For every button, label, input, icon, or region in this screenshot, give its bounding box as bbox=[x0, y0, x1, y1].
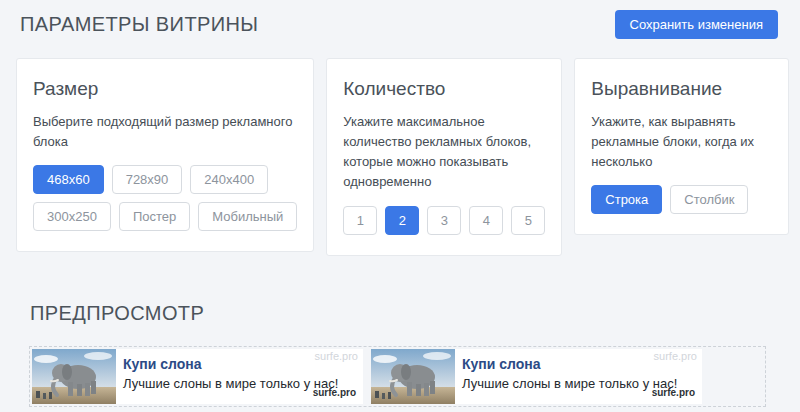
quantity-options-row: 1 2 3 4 5 bbox=[343, 206, 545, 235]
ad-body: Купи слона Лучшие слоны в мире только у … bbox=[116, 349, 338, 404]
card-size: Размер Выберите подходящий размер реклам… bbox=[16, 58, 314, 252]
quantity-option-2[interactable]: 2 bbox=[385, 206, 419, 235]
quantity-option-5[interactable]: 5 bbox=[511, 206, 545, 235]
ad-brand-link[interactable]: surfe.pro bbox=[652, 387, 695, 398]
ad-text: Лучшие слоны в мире только у нас! bbox=[123, 376, 338, 391]
page-title: ПАРАМЕТРЫ ВИТРИНЫ bbox=[20, 13, 258, 36]
ad-banner-2[interactable]: Купи слона Лучшие слоны в мире только у … bbox=[371, 349, 702, 404]
ad-watermark: surfe.pro bbox=[654, 350, 697, 362]
size-options-row-1: 468x60 728x90 240x400 bbox=[33, 165, 297, 194]
elephant-image bbox=[32, 349, 116, 404]
size-option-728x90[interactable]: 728x90 bbox=[112, 165, 183, 194]
size-option-300x250[interactable]: 300x250 bbox=[33, 202, 111, 231]
save-changes-button[interactable]: Сохранить изменения bbox=[615, 10, 779, 39]
size-option-poster[interactable]: Постер bbox=[119, 202, 190, 231]
size-option-240x400[interactable]: 240x400 bbox=[190, 165, 268, 194]
card-size-description: Выберите подходящий размер рекламного бл… bbox=[33, 112, 297, 152]
elephant-image bbox=[371, 349, 455, 404]
ad-title: Купи слона bbox=[462, 356, 677, 372]
ad-title: Купи слона bbox=[123, 356, 338, 372]
quantity-option-3[interactable]: 3 bbox=[427, 206, 461, 235]
size-options-row-2: 300x250 Постер Мобильный bbox=[33, 202, 297, 231]
size-option-468x60[interactable]: 468x60 bbox=[33, 165, 104, 194]
alignment-option-row[interactable]: Строка bbox=[591, 185, 662, 214]
ad-text: Лучшие слоны в мире только у нас! bbox=[462, 376, 677, 391]
card-quantity-description: Укажите максимальное количество рекламны… bbox=[343, 112, 545, 193]
preview-strip: Купи слона Лучшие слоны в мире только у … bbox=[29, 346, 766, 407]
alignment-options-row: Строка Столбик bbox=[591, 185, 772, 214]
settings-cards-row: Размер Выберите подходящий размер реклам… bbox=[16, 58, 789, 256]
quantity-option-4[interactable]: 4 bbox=[469, 206, 503, 235]
ad-banner-1[interactable]: Купи слона Лучшие слоны в мире только у … bbox=[32, 349, 363, 404]
card-alignment-description: Укажите, как выравнять рекламные блоки, … bbox=[591, 112, 772, 172]
quantity-option-1[interactable]: 1 bbox=[343, 206, 377, 235]
card-quantity: Количество Укажите максимальное количест… bbox=[326, 58, 562, 256]
ad-brand-link[interactable]: surfe.pro bbox=[313, 387, 356, 398]
card-alignment-title: Выравнивание bbox=[591, 78, 772, 100]
card-quantity-title: Количество bbox=[343, 78, 545, 100]
card-size-title: Размер bbox=[33, 78, 297, 100]
header: ПАРАМЕТРЫ ВИТРИНЫ Сохранить изменения bbox=[0, 0, 800, 39]
ad-body: Купи слона Лучшие слоны в мире только у … bbox=[455, 349, 677, 404]
size-option-mobile[interactable]: Мобильный bbox=[198, 202, 297, 231]
card-alignment: Выравнивание Укажите, как выравнять рекл… bbox=[574, 58, 789, 235]
preview-title: ПРЕДПРОСМОТР bbox=[30, 302, 800, 325]
alignment-option-column[interactable]: Столбик bbox=[670, 185, 748, 214]
ad-watermark: surfe.pro bbox=[315, 350, 358, 362]
